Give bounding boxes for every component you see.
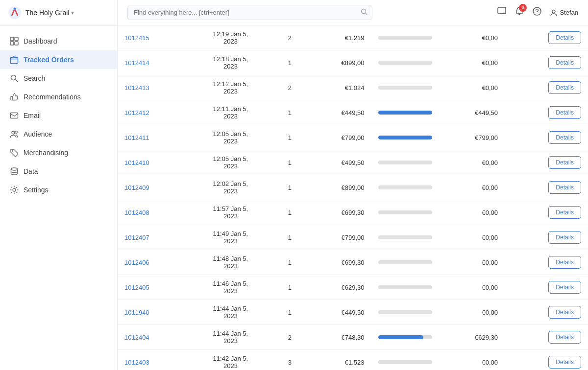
order-paid-cell: €0,00 (439, 225, 505, 250)
order-link[interactable]: 1012404 (124, 334, 149, 341)
sidebar-item-recommendations[interactable]: Recommendations (0, 88, 117, 106)
workspace-name: The Holy Grail (25, 9, 69, 17)
details-button[interactable]: Details (548, 56, 581, 69)
details-button[interactable]: Details (548, 256, 581, 269)
notifications-icon[interactable]: 3 (514, 6, 524, 19)
order-paid-cell: €0,00 (439, 300, 505, 325)
order-id-cell: 1012408 (118, 200, 187, 225)
table-row: 1011940 11:44 Jan 5,2023 1 €449,50 €0,00… (118, 300, 588, 325)
order-action-cell: Details (505, 125, 588, 150)
details-button[interactable]: Details (548, 106, 581, 119)
details-button[interactable]: Details (548, 206, 581, 219)
order-paid-cell: €629,30 (439, 325, 505, 350)
table-row: 1012415 12:19 Jan 5,2023 2 €1.219 €0,00 … (118, 25, 588, 50)
order-paid-cell: €0,00 (439, 250, 505, 275)
svg-point-12 (15, 131, 18, 134)
order-paid-cell: €0,00 (439, 25, 505, 50)
order-link[interactable]: 1012410 (124, 159, 149, 166)
sidebar-item-search[interactable]: Search (0, 69, 117, 88)
order-paid-cell: €0,00 (439, 350, 505, 370)
sidebar-item-merchandising[interactable]: Merchandising (0, 143, 117, 162)
notification-badge: 3 (519, 4, 527, 12)
progress-bar-background (378, 285, 432, 289)
details-button[interactable]: Details (548, 231, 581, 244)
details-button[interactable]: Details (548, 356, 581, 369)
order-id-cell: 1012411 (118, 125, 187, 150)
details-button[interactable]: Details (548, 181, 581, 194)
table-row: 1012409 12:02 Jan 5,2023 1 €899,00 €0,00… (118, 175, 588, 200)
sidebar-item-label: Data (24, 167, 38, 175)
order-total-cell: €899,00 (305, 175, 371, 200)
orders-table: 1012415 12:19 Jan 5,2023 2 €1.219 €0,00 … (118, 25, 588, 370)
order-date-cell: 11:49 Jan 5,2023 (187, 225, 274, 250)
grid-icon (10, 37, 19, 46)
order-action-cell: Details (505, 50, 588, 75)
search-input[interactable] (127, 5, 372, 20)
order-link[interactable]: 1012408 (124, 209, 149, 216)
user-name: Stefan (560, 9, 578, 16)
table-row: 1012411 12:05 Jan 5,2023 1 €799,00 €799,… (118, 125, 588, 150)
details-button[interactable]: Details (548, 31, 581, 44)
order-link[interactable]: 1012403 (124, 359, 149, 366)
order-link[interactable]: 1011940 (124, 309, 149, 316)
workspace-selector[interactable]: The Holy Grail ▾ (25, 9, 109, 17)
order-link[interactable]: 1012409 (124, 184, 149, 191)
order-date-cell: 11:42 Jan 5,2023 (187, 350, 274, 370)
order-paid-cell: €0,00 (439, 175, 505, 200)
table-row: 1012412 12:11 Jan 5,2023 1 €449,50 €449,… (118, 100, 588, 125)
order-link[interactable]: 1012411 (124, 134, 149, 141)
order-link[interactable]: 1012406 (124, 259, 149, 266)
tag-icon (10, 148, 19, 157)
order-action-cell: Details (505, 325, 588, 350)
order-progress-cell (371, 225, 439, 250)
sidebar-item-label: Tracked Orders (24, 56, 74, 64)
details-button[interactable]: Details (548, 306, 581, 319)
order-link[interactable]: 1012413 (124, 84, 149, 92)
order-date-cell: 12:11 Jan 5,2023 (187, 100, 274, 125)
order-id-cell: 1012410 (118, 150, 187, 175)
chevron-down-icon: ▾ (71, 9, 74, 16)
order-link[interactable]: 1012414 (124, 59, 149, 67)
order-items-cell: 1 (274, 200, 305, 225)
thumbs-up-icon (10, 92, 19, 101)
svg-rect-5 (15, 42, 18, 45)
details-button[interactable]: Details (548, 81, 581, 94)
order-action-cell: Details (505, 150, 588, 175)
details-button[interactable]: Details (548, 156, 581, 169)
sidebar-item-data[interactable]: Data (0, 162, 117, 181)
order-date-cell: 12:12 Jan 5,2023 (187, 75, 274, 100)
sidebar-item-settings[interactable]: Settings (0, 181, 117, 199)
sidebar-item-tracked-orders[interactable]: Tracked Orders (0, 50, 117, 69)
order-items-cell: 3 (274, 350, 305, 370)
chat-icon[interactable] (497, 6, 507, 19)
help-icon[interactable] (532, 6, 542, 19)
order-paid-cell: €0,00 (439, 50, 505, 75)
progress-bar-fill (378, 86, 432, 90)
main-content: 3 Stefan 1012415 (118, 0, 588, 370)
order-link[interactable]: 1012405 (124, 284, 149, 291)
app-logo (8, 6, 22, 20)
order-progress-cell (371, 125, 439, 150)
table-row: 1012408 11:57 Jan 5,2023 1 €699,30 €0,00… (118, 200, 588, 225)
order-link[interactable]: 1012415 (124, 34, 149, 42)
order-total-cell: €1.219 (305, 25, 371, 50)
order-link[interactable]: 1012407 (124, 234, 149, 241)
user-icon[interactable]: Stefan (550, 9, 578, 17)
sidebar-item-audience[interactable]: Audience (0, 125, 117, 143)
progress-bar-fill (378, 136, 432, 139)
sidebar-item-dashboard[interactable]: Dashboard (0, 32, 117, 50)
order-link[interactable]: 1012412 (124, 109, 149, 116)
svg-rect-4 (10, 42, 14, 45)
order-total-cell: €1.523 (305, 350, 371, 370)
details-button[interactable]: Details (548, 131, 581, 144)
details-button[interactable]: Details (548, 331, 581, 344)
sidebar-item-label: Email (24, 112, 41, 119)
sidebar-item-email[interactable]: Email (0, 106, 117, 125)
order-action-cell: Details (505, 75, 588, 100)
order-items-cell: 1 (274, 50, 305, 75)
order-id-cell: 1012413 (118, 75, 187, 100)
order-items-cell: 2 (274, 25, 305, 50)
progress-bar-background (378, 136, 432, 139)
order-action-cell: Details (505, 250, 588, 275)
details-button[interactable]: Details (548, 281, 581, 294)
